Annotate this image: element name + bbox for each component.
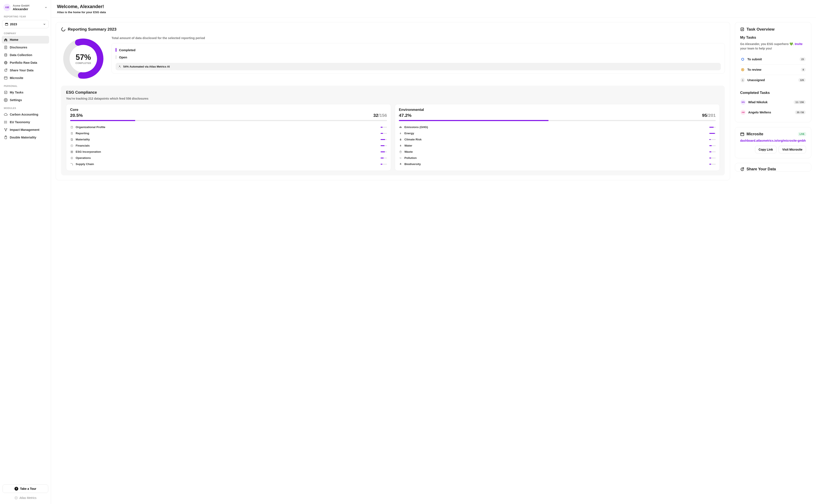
metric-row[interactable]: Pollution [399,155,716,161]
metric-icon [399,150,402,153]
page-header: Welcome, Alexander! Atlas is the home fo… [51,0,816,17]
metric-progress-bar [709,127,716,128]
progress-circle-icon [61,27,66,32]
sidebar: AM Acme GmbH Alexander REPORTING YEAR 20… [0,0,51,504]
take-tour-button[interactable]: ? Take a Tour [3,484,48,493]
sidebar-item-label: Settings [10,98,22,102]
task-row-unassigned[interactable]: Unassigned 126 [740,75,806,85]
share-icon [740,167,744,171]
metric-icon [70,132,73,135]
ai-automation-row: 54% Automated via Atlas Metrics AI [116,63,721,70]
sidebar-item-label: My Tasks [10,91,23,94]
svg-point-52 [71,163,71,164]
microsite-url[interactable]: dashboard.atlasmetrics.io/org/microsite-… [740,139,806,142]
metric-row[interactable]: Reporting [70,130,387,136]
microsite-card: Microsite LIVE dashboard.atlasmetrics.io… [735,127,811,158]
check-square-icon [4,90,8,94]
completed-tasks-heading: Completed Tasks [740,91,806,95]
task-row-to-review[interactable]: To review 8 [740,65,806,75]
question-icon: ? [14,487,18,491]
sidebar-item-disclosures[interactable]: Disclosures [2,44,49,51]
sidebar-item-my-tasks[interactable]: My Tasks [2,89,49,96]
person-row[interactable]: AW Angelo Wellens 35 / 56 [740,107,806,117]
svg-rect-60 [741,133,744,136]
globe-icon [4,61,8,65]
metric-row[interactable]: Organizational Profile [70,124,387,130]
year-picker[interactable]: 2023 [2,20,49,28]
sidebar-item-share-your-data[interactable]: Share Your Data [2,66,49,74]
metric-row[interactable]: Climate Risk [399,136,716,143]
compliance-card-environmental: Environmental 47.2% 95/201 Emissions (GH… [395,104,720,171]
sidebar-item-double-materiality[interactable]: Double Materiality [2,134,49,141]
legend-completed: Completed [116,46,721,54]
metric-row[interactable]: Supply Chain [70,161,387,167]
metric-progress-bar [709,139,716,140]
metric-progress-bar [380,139,387,140]
layout-icon [740,132,744,136]
invite-link[interactable]: Invite [795,42,803,46]
check-square-icon [740,27,744,31]
metric-icon [399,126,402,129]
person-row[interactable]: WN Wlad Nikoluk 11 / 156 [740,97,806,107]
sidebar-item-eu-taxonomy[interactable]: EU Taxonomy [2,118,49,126]
visit-microsite-button[interactable]: Visit Microsite [779,146,806,153]
sidebar-item-data-collection[interactable]: Data Collection [2,51,49,59]
section-label-company: COMPANY [2,29,49,36]
task-row-to-submit[interactable]: To submit 23 [740,54,806,65]
gear-icon [4,98,8,102]
svg-point-53 [72,165,73,165]
metric-progress-bar [380,127,387,128]
svg-point-23 [4,128,5,129]
sidebar-item-portfolio-raw-data[interactable]: Portfolio Raw Data [2,59,49,66]
compliance-percent: 47.2% [399,113,412,118]
metric-row[interactable]: Energy [399,130,716,136]
svg-point-51 [71,157,73,159]
task-overview-title: Task Overview [747,27,775,32]
metric-icon [70,157,73,160]
legend-box: Completed Open 54% [112,43,725,73]
svg-point-21 [4,122,5,122]
svg-point-16 [5,100,6,101]
sidebar-item-carbon-accounting[interactable]: Carbon Accounting [2,111,49,118]
chevron-down-icon [44,6,47,9]
compliance-progress-bar [399,120,716,121]
metric-progress-bar [709,164,716,165]
metric-icon: € [70,144,73,147]
metric-icon [399,144,402,147]
metric-label: Organizational Profile [76,126,378,129]
metric-label: Reporting [76,132,378,135]
metric-row[interactable]: € Financials [70,143,387,149]
metric-row[interactable]: Biodiversity [399,161,716,167]
metric-row[interactable]: ESG Incorporation [70,149,387,155]
metric-progress-bar [709,151,716,152]
metric-progress-bar [380,158,387,158]
metric-label: Water [404,144,707,147]
metric-icon [70,138,73,141]
metric-progress-bar [380,164,387,165]
sidebar-item-label: Data Collection [10,53,32,57]
person-avatar: AW [741,110,746,115]
svg-text:€: € [71,145,72,146]
metric-row[interactable]: Waste [399,149,716,155]
metric-row[interactable]: Emissions (GHG) [399,124,716,130]
svg-point-22 [4,123,5,123]
account-switcher[interactable]: AM Acme GmbH Alexander [2,3,49,12]
sidebar-item-home[interactable]: Home [2,36,49,44]
copy-link-button[interactable]: Copy Link [755,146,777,153]
metric-icon [70,150,73,153]
metric-row[interactable]: Materiality [70,136,387,143]
sidebar-item-impact-management[interactable]: Impact Management [2,126,49,134]
metric-row[interactable]: Water [399,143,716,149]
section-label-personal: PERSONAL [2,82,49,89]
task-count-badge: 23 [800,57,806,61]
svg-rect-1 [5,23,8,24]
database-icon [4,53,8,57]
sidebar-item-settings[interactable]: Settings [2,96,49,104]
metric-label: Biodiversity [404,162,707,166]
metric-row[interactable]: Operations [70,155,387,161]
sidebar-item-microsite[interactable]: Microsite [2,74,49,82]
svg-rect-47 [72,151,73,152]
org-name: Acme GmbH [13,4,42,7]
task-overview-card: Task Overview My Tasks Go Alexander, you… [735,22,811,122]
main-content: Welcome, Alexander! Atlas is the home fo… [51,0,816,504]
